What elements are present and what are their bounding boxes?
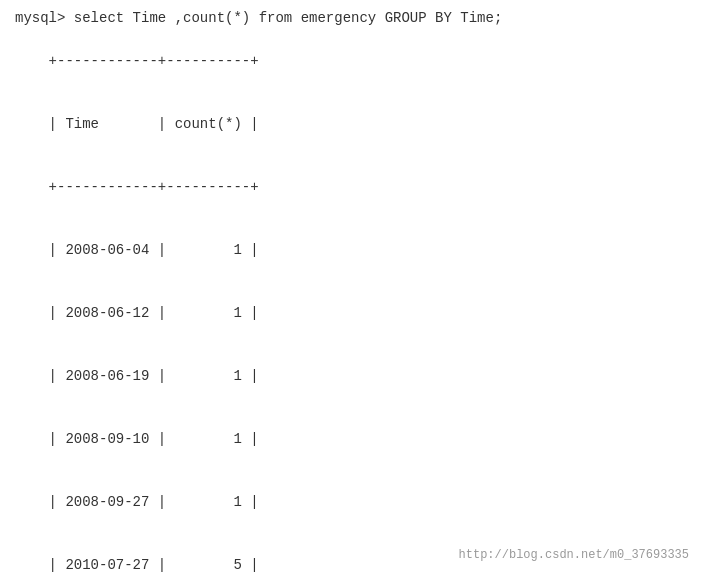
table-row: | 2010-07-27 | 5 | — [49, 557, 259, 573]
table-row: | 2008-06-04 | 1 | — [49, 242, 259, 258]
sql-query: mysql> select Time ,count(*) from emerge… — [15, 10, 694, 26]
table-output: +------------+----------+ | Time | count… — [15, 30, 694, 582]
table-row: | 2008-09-27 | 1 | — [49, 494, 259, 510]
table-header: | Time | count(*) | — [49, 116, 259, 132]
table-row: | 2008-06-19 | 1 | — [49, 368, 259, 384]
separator-top: +------------+----------+ — [49, 53, 259, 69]
separator-mid: +------------+----------+ — [49, 179, 259, 195]
watermark: http://blog.csdn.net/m0_37693335 — [459, 548, 689, 562]
table-row: | 2008-09-10 | 1 | — [49, 431, 259, 447]
table-row: | 2008-06-12 | 1 | — [49, 305, 259, 321]
terminal-window: mysql> select Time ,count(*) from emerge… — [15, 10, 694, 582]
